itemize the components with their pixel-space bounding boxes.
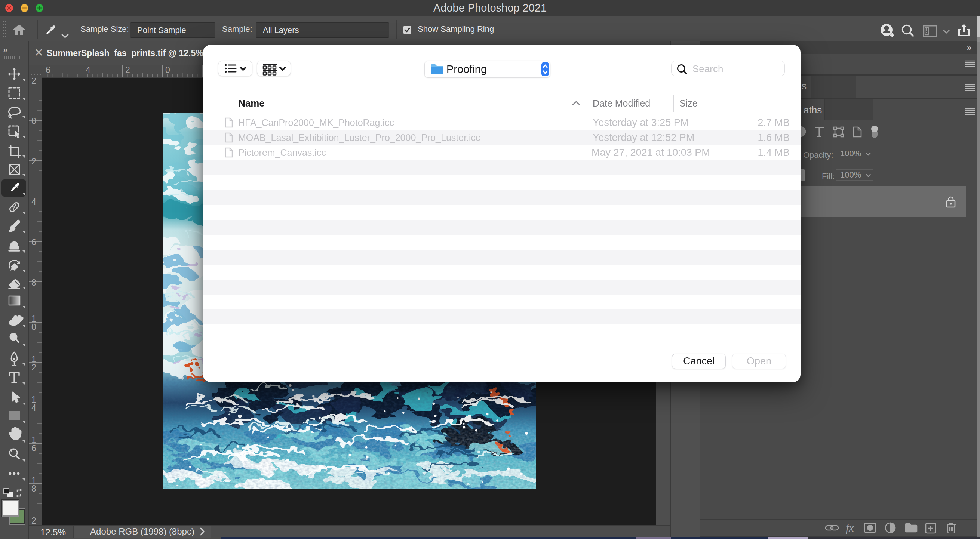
svg-text:2: 2 (32, 363, 36, 372)
svg-text:0: 0 (32, 116, 36, 126)
svg-text:6: 6 (32, 443, 36, 453)
svg-text:6: 6 (46, 65, 51, 75)
svg-text:2: 2 (32, 516, 36, 525)
svg-text:8: 8 (32, 484, 36, 493)
svg-text:4: 4 (32, 403, 36, 413)
svg-text:4: 4 (32, 197, 36, 207)
svg-text:0: 0 (32, 322, 36, 332)
svg-text:8: 8 (32, 278, 36, 288)
svg-text:0: 0 (165, 65, 170, 75)
svg-text:2: 2 (125, 65, 130, 75)
svg-text:2: 2 (32, 157, 36, 166)
svg-text:2: 2 (32, 78, 36, 86)
svg-text:6: 6 (32, 237, 36, 247)
svg-text:4: 4 (86, 65, 91, 75)
svg-text:fx: fx (846, 522, 854, 534)
